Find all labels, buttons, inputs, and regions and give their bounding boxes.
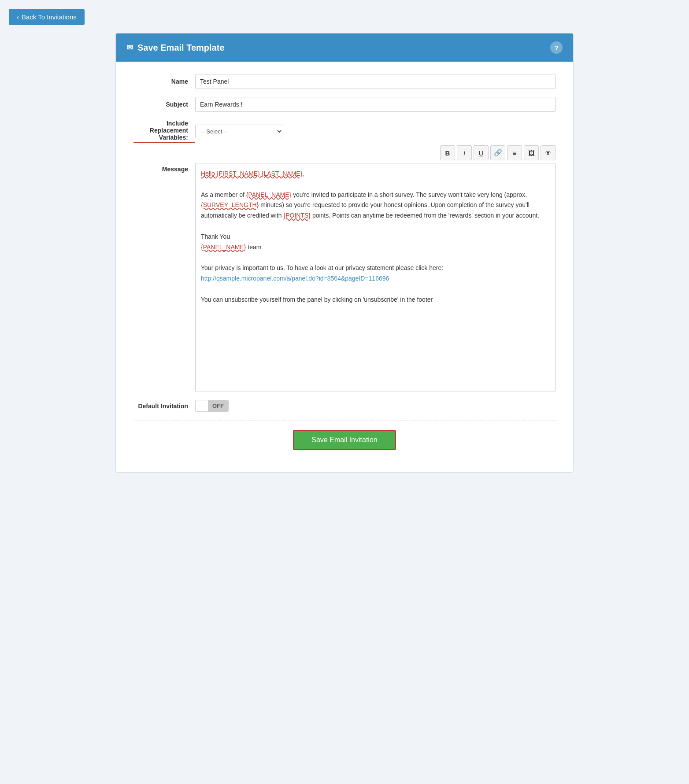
save-email-invitation-button[interactable]: Save Email Invitation [293, 430, 396, 450]
link-button[interactable]: 🔗 [490, 145, 505, 160]
toggle-container: OFF [195, 400, 229, 412]
subject-row: Subject [133, 97, 556, 112]
default-invitation-row: Default Invitation OFF [133, 400, 556, 412]
privacy-link[interactable]: http://qsample.micropanel.com/a/panel.do… [201, 275, 389, 282]
save-button-label: Save Email Invitation [311, 436, 377, 444]
image-icon: 🖼 [528, 149, 535, 157]
back-to-invitations-button[interactable]: ‹ Back To Invitations [9, 9, 85, 25]
toolbar-row: B I U 🔗 ≡ 🖼 👁 [133, 145, 556, 160]
default-invitation-label: Default Invitation [133, 403, 195, 410]
preview-button[interactable]: 👁 [541, 145, 556, 160]
help-button[interactable]: ? [550, 41, 563, 54]
message-thanks: Thank You [201, 232, 550, 242]
help-icon: ? [554, 44, 558, 52]
toggle-off-label: OFF [208, 400, 228, 411]
message-editor[interactable]: Hello {FIRST_NAME} {LAST_NAME}, As a mem… [195, 163, 556, 392]
panel-name-var-1: {PANEL_NAME} [246, 191, 291, 198]
save-email-template-card: ✉ Save Email Template ? Name Subject Inc… [115, 33, 574, 473]
toggle-switch[interactable] [196, 404, 208, 408]
underline-button[interactable]: U [474, 145, 489, 160]
message-row: Message Hello {FIRST_NAME} {LAST_NAME}, … [133, 163, 556, 392]
name-row: Name [133, 74, 556, 89]
link-icon: 🔗 [494, 149, 502, 157]
survey-length-var: {SURVEY_LENGTH} [201, 201, 259, 208]
align-icon: ≡ [513, 149, 517, 157]
message-label: Message [133, 163, 195, 173]
card-header-title: ✉ Save Email Template [126, 43, 225, 53]
card-body: Name Subject Include Replacement Variabl… [116, 62, 573, 472]
replacement-variables-row: Include Replacement Variables: -- Select… [133, 120, 556, 143]
message-unsubscribe: You can unsubscribe yourself from the pa… [201, 295, 550, 305]
back-button-label: Back To Invitations [22, 13, 77, 21]
italic-button[interactable]: I [457, 145, 472, 160]
card-header: ✉ Save Email Template ? [116, 33, 573, 62]
points-var: {POINTS} [284, 212, 311, 219]
name-input[interactable] [195, 74, 556, 89]
image-button[interactable]: 🖼 [524, 145, 539, 160]
message-privacy: Your privacy is important to us. To have… [201, 263, 550, 284]
subject-input[interactable] [195, 97, 556, 112]
header-title: Save Email Template [137, 43, 225, 53]
message-first-name: Hello {FIRST_NAME} {LAST_NAME}, [201, 170, 304, 177]
replacement-variables-label: Include Replacement Variables: [133, 120, 195, 143]
name-label: Name [133, 78, 195, 85]
panel-name-var-2: {PANEL_NAME} [201, 244, 246, 251]
replacement-variables-select[interactable]: -- Select -- [195, 125, 283, 138]
back-chevron-icon: ‹ [17, 13, 19, 21]
message-body-paragraph: As a member of {PANEL_NAME} you're invit… [201, 190, 550, 221]
subject-label: Subject [133, 101, 195, 108]
save-section: Save Email Invitation [133, 430, 556, 459]
bold-button[interactable]: B [440, 145, 455, 160]
preview-icon: 👁 [545, 149, 552, 157]
envelope-icon: ✉ [126, 43, 133, 52]
align-button[interactable]: ≡ [507, 145, 522, 160]
divider [133, 421, 556, 421]
